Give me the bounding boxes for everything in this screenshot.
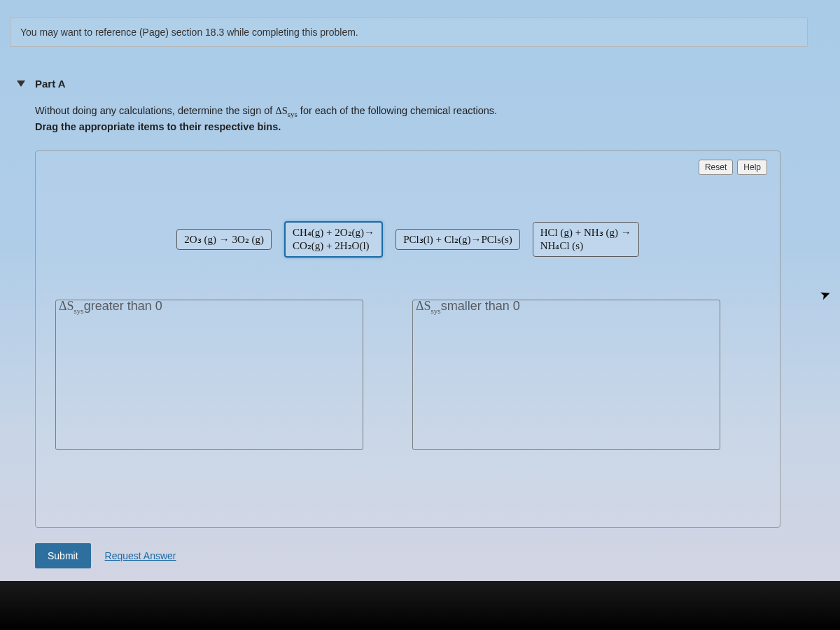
collapse-caret-icon[interactable]	[17, 80, 25, 87]
tile-text: HCl (g) + NH₃ (g) →	[540, 227, 631, 238]
submit-button[interactable]: Submit	[35, 543, 91, 568]
question-prompt: Without doing any calculations, determin…	[10, 99, 808, 144]
drop-bins-row: ΔSsysgreater than 0 ΔSsyssmaller than 0	[48, 300, 767, 450]
submit-row: Submit Request Answer	[35, 543, 808, 568]
tile-text: 2O₃ (g) → 3O₂ (g)	[184, 234, 264, 245]
reaction-tile-ozone[interactable]: 2O₃ (g) → 3O₂ (g)	[176, 229, 272, 251]
part-header[interactable]: Part A	[10, 74, 808, 99]
bin-label-left: ΔSsysgreater than 0	[59, 299, 162, 315]
prompt-instruction: Drag the appropriate items to their resp…	[35, 121, 281, 132]
delta-s-symbol: ΔSsys	[275, 105, 297, 116]
tile-text: PCl₃(l) + Cl₂(g)→PCl₅(s)	[403, 234, 512, 245]
part-title: Part A	[35, 78, 66, 90]
reset-button[interactable]: Reset	[699, 160, 733, 175]
bottom-black-bar	[0, 581, 840, 630]
mouse-cursor-icon: ➤	[818, 286, 833, 304]
bin-label-right: ΔSsyssmaller than 0	[416, 299, 520, 315]
reference-text: You may want to reference (Page) section…	[20, 27, 358, 38]
drag-drop-area: Reset Help 2O₃ (g) → 3O₂ (g) CH₄(g) + 2O…	[35, 150, 780, 528]
reaction-tile-pcl[interactable]: PCl₃(l) + Cl₂(g)→PCl₅(s)	[396, 229, 520, 251]
reaction-tile-hcl-nh3[interactable]: HCl (g) + NH₃ (g) → NH₄Cl (s)	[533, 222, 639, 257]
bin-smaller-than-zero[interactable]: ΔSsyssmaller than 0	[412, 300, 720, 450]
bin-greater-than-zero[interactable]: ΔSsysgreater than 0	[55, 300, 363, 450]
help-button[interactable]: Help	[737, 160, 767, 175]
reference-note: You may want to reference (Page) section…	[10, 18, 808, 47]
prompt-text-b: for each of the following chemical react…	[298, 105, 497, 116]
tile-text: CH₄(g) + 2O₂(g)→	[293, 227, 374, 238]
part-a-section: Part A Without doing any calculations, d…	[10, 74, 808, 568]
prompt-text-a: Without doing any calculations, determin…	[35, 105, 275, 116]
reaction-tile-methane[interactable]: CH₄(g) + 2O₂(g)→ CO₂(g) + 2H₂O(l)	[284, 221, 383, 258]
tile-text: NH₄Cl (s)	[540, 240, 583, 251]
draggable-tiles-row: 2O₃ (g) → 3O₂ (g) CH₄(g) + 2O₂(g)→ CO₂(g…	[48, 221, 767, 258]
request-answer-link[interactable]: Request Answer	[105, 550, 176, 561]
tile-text: CO₂(g) + 2H₂O(l)	[293, 240, 370, 251]
